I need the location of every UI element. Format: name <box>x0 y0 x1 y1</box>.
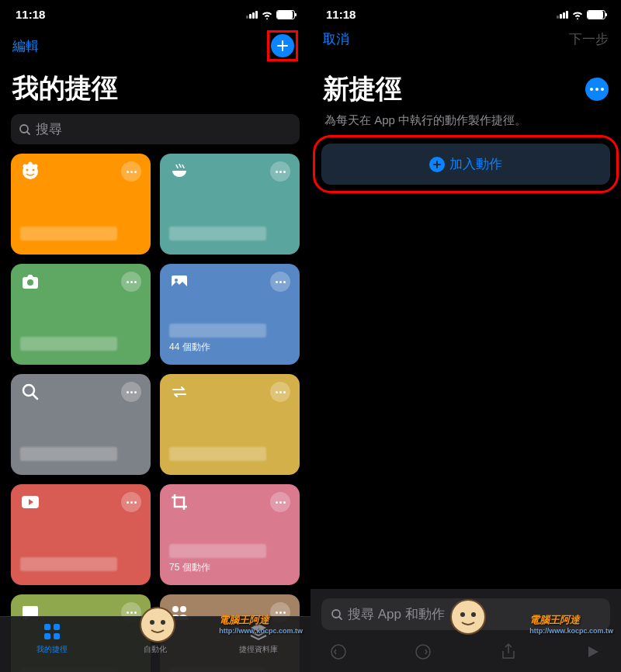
wifi-icon <box>261 10 273 19</box>
card-more-button[interactable] <box>121 492 141 512</box>
undo-button[interactable] <box>329 643 348 661</box>
svg-rect-17 <box>44 633 50 639</box>
crop-icon <box>169 492 189 512</box>
add-action-button[interactable]: 加入動作 <box>321 144 610 185</box>
tab-grid[interactable]: 我的捷徑 <box>0 622 103 655</box>
add-highlight <box>267 30 298 61</box>
camera-icon <box>20 272 40 292</box>
shortcut-card[interactable] <box>160 154 300 255</box>
status-icons <box>246 10 295 19</box>
watermark: 電腦王阿達 http://www.kocpc.com.tw <box>529 613 613 635</box>
svg-rect-15 <box>44 624 50 630</box>
search-bar[interactable]: 搜尋 <box>11 114 300 144</box>
shortcut-card[interactable]: 75 個動作 <box>160 484 300 585</box>
page-title: 我的捷徑 <box>0 71 310 114</box>
page-title: 新捷徑 <box>323 71 402 107</box>
share-button[interactable] <box>499 643 518 661</box>
card-more-button[interactable] <box>270 492 290 512</box>
svg-point-3 <box>33 169 35 171</box>
svg-point-6 <box>29 162 33 166</box>
svg-point-2 <box>26 169 29 171</box>
svg-point-22 <box>161 620 165 625</box>
add-shortcut-button[interactable] <box>271 34 294 57</box>
image-icon <box>169 272 189 292</box>
tab-label: 我的捷徑 <box>36 644 68 655</box>
more-button[interactable] <box>585 78 609 101</box>
tab-label: 自動化 <box>144 644 167 655</box>
shortcuts-grid: 44 個動作 75 <box>0 154 310 672</box>
card-more-button[interactable] <box>121 161 141 182</box>
status-icons <box>557 10 605 19</box>
svg-rect-18 <box>54 633 60 639</box>
signal-icon <box>246 11 258 19</box>
repeat-icon <box>169 382 189 402</box>
svg-point-14 <box>180 606 186 612</box>
shortcut-card[interactable]: 44 個動作 <box>160 264 300 365</box>
battery-icon <box>276 10 295 19</box>
signal-icon <box>557 11 568 19</box>
bowl-icon <box>169 161 189 182</box>
shortcut-card[interactable] <box>160 374 300 475</box>
card-subtitle: 75 個動作 <box>169 561 290 574</box>
search-icon <box>20 382 40 402</box>
search-placeholder: 搜尋 App 和動作 <box>348 605 445 623</box>
svg-point-8 <box>27 279 33 286</box>
cancel-button[interactable]: 取消 <box>323 30 349 48</box>
shortcut-card[interactable] <box>11 154 151 255</box>
search-placeholder: 搜尋 <box>36 120 62 138</box>
nav-bar: 取消 下一步 <box>310 24 621 57</box>
mascot-icon <box>450 599 486 635</box>
card-more-button[interactable] <box>121 382 141 402</box>
shortcut-card[interactable] <box>11 484 151 585</box>
card-name-blurred <box>20 227 117 241</box>
card-name-blurred <box>169 544 266 558</box>
search-icon <box>19 123 31 136</box>
svg-point-25 <box>416 645 430 659</box>
card-more-button[interactable] <box>270 272 290 292</box>
watermark: 電腦王阿達 http://www.kocpc.com.tw <box>219 613 303 635</box>
card-more-button[interactable] <box>121 272 141 292</box>
svg-rect-16 <box>54 624 60 630</box>
play-icon <box>20 492 40 512</box>
svg-point-24 <box>331 645 345 659</box>
phone-right: 11:18 取消 下一步 新捷徑 為每天在 App 中執行的動作製作捷徑。 加入… <box>310 0 621 672</box>
svg-point-5 <box>34 165 38 168</box>
mascot-icon <box>140 607 175 643</box>
redo-button[interactable] <box>414 643 432 661</box>
next-button[interactable]: 下一步 <box>569 30 609 48</box>
face-icon <box>20 161 40 182</box>
svg-point-20 <box>141 608 175 642</box>
svg-point-4 <box>23 165 27 168</box>
run-button[interactable] <box>584 643 602 661</box>
edit-button[interactable]: 編輯 <box>12 37 39 55</box>
battery-icon <box>587 10 605 19</box>
status-time: 11:18 <box>326 8 356 21</box>
card-name-blurred <box>169 447 266 461</box>
search-icon <box>331 608 343 621</box>
subtitle: 為每天在 App 中執行的動作製作捷徑。 <box>310 113 621 144</box>
card-more-button[interactable] <box>270 161 290 182</box>
card-more-button[interactable] <box>270 382 290 402</box>
card-name-blurred <box>169 324 266 338</box>
shortcut-card[interactable] <box>11 264 151 365</box>
card-name-blurred <box>169 227 266 241</box>
status-bar: 11:18 <box>0 0 310 24</box>
status-time: 11:18 <box>16 8 45 21</box>
svg-point-26 <box>451 600 485 634</box>
svg-point-10 <box>175 279 178 282</box>
bottom-toolbar <box>321 638 610 661</box>
card-name-blurred <box>20 557 117 571</box>
grid-icon <box>42 622 62 642</box>
shortcut-card[interactable] <box>11 374 151 475</box>
card-subtitle: 44 個動作 <box>169 341 290 354</box>
nav-bar: 編輯 <box>0 24 310 71</box>
status-bar: 11:18 <box>310 0 621 24</box>
svg-point-27 <box>460 612 465 617</box>
svg-point-28 <box>471 612 476 617</box>
wifi-icon <box>571 10 584 19</box>
card-name-blurred <box>20 337 117 351</box>
card-name-blurred <box>20 447 117 461</box>
svg-point-21 <box>150 620 154 625</box>
add-action-label: 加入動作 <box>449 155 502 173</box>
tab-label: 捷徑資料庫 <box>239 644 278 655</box>
